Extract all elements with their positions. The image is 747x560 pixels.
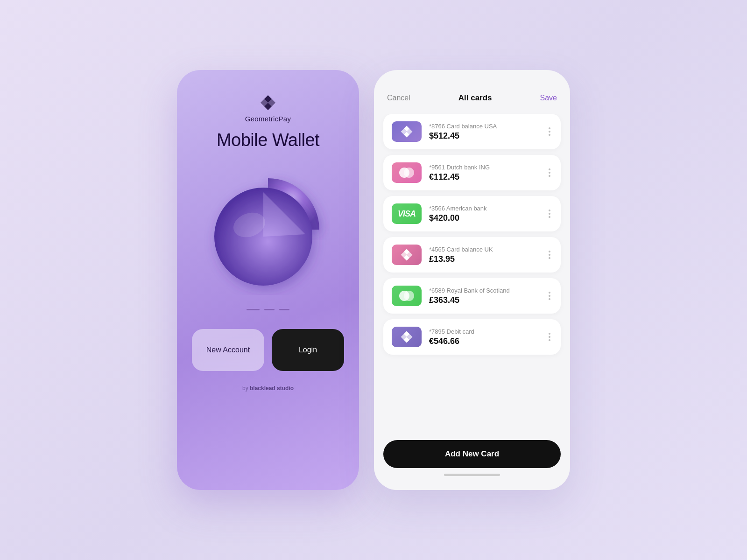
card-balance: $512.45 [429,131,539,141]
menu-dot [549,292,550,294]
card-logo [392,327,422,347]
card-name: *4565 Card balance UK [429,246,539,253]
menu-dot [549,216,550,218]
menu-dot [549,298,550,300]
menu-dot [549,131,550,133]
svg-point-5 [404,291,414,301]
card-balance: €112.45 [429,172,539,182]
menu-dot [549,210,550,211]
card-name: *8766 Card balance USA [429,123,539,130]
card-item: *8766 Card balance USA $512.45 [383,114,561,149]
card-menu-button[interactable] [547,249,552,261]
cards-list: *8766 Card balance USA $512.45 *9561 Dut… [374,114,570,431]
menu-dot [549,333,550,335]
card-balance: $420.00 [429,213,539,223]
logo-text: GeometricPay [245,115,291,123]
card-menu-button[interactable] [547,126,552,138]
card-item: *4565 Card balance UK £13.95 [383,237,561,273]
card-item: *6589 Royal Bank of Scotland £363.45 [383,278,561,314]
menu-dot [549,168,550,170]
svg-point-3 [404,168,414,178]
logo-area: GeometricPay [245,93,291,123]
menu-dot [549,127,550,129]
card-logo [392,162,422,183]
card-menu-button[interactable] [547,167,552,179]
add-new-card-button[interactable]: Add New Card [383,440,561,468]
card-info: *6589 Royal Bank of Scotland £363.45 [429,287,539,305]
geometric-pay-logo-icon [259,93,277,112]
card-info: *9561 Dutch bank ING €112.45 [429,164,539,182]
page-indicator [247,309,289,310]
bottom-bar: Add New Card [374,431,570,490]
card-info: *3566 American bank $420.00 [429,205,539,223]
menu-dot [549,134,550,136]
menu-dot [549,172,550,174]
card-name: *7895 Debit card [429,328,539,335]
action-buttons: New Account Login [191,329,345,371]
menu-dot [549,339,550,341]
new-account-button[interactable]: New Account [192,329,264,371]
card-logo [392,286,422,306]
cancel-button[interactable]: Cancel [387,94,410,102]
main-container: GeometricPay Mobile Wallet [177,70,570,490]
menu-dot [549,254,550,256]
phone-left: GeometricPay Mobile Wallet [177,70,359,490]
card-name: *3566 American bank [429,205,539,212]
card-logo [392,121,422,142]
card-name: *9561 Dutch bank ING [429,164,539,171]
phone-right: Cancel All cards Save *8766 Card balance… [374,70,570,490]
page-dot-1 [247,309,260,310]
home-indicator [444,474,500,476]
menu-dot [549,251,550,252]
card-logo [392,245,422,265]
by-credit: by blacklead studio [242,385,294,392]
card-item: *7895 Debit card €546.66 [383,319,561,355]
page-dot-2 [264,309,275,310]
page-dot-3 [279,309,289,310]
menu-dot [549,175,550,177]
menu-dot [549,213,550,215]
card-item: VISA *3566 American bank $420.00 [383,196,561,231]
card-balance: £13.95 [429,254,539,264]
card-name: *6589 Royal Bank of Scotland [429,287,539,294]
login-button[interactable]: Login [272,329,344,371]
menu-dot [549,336,550,338]
card-info: *8766 Card balance USA $512.45 [429,123,539,141]
menu-dot [549,295,550,297]
menu-dot [549,257,550,259]
card-info: *4565 Card balance UK £13.95 [429,246,539,264]
nav-title: All cards [458,93,492,103]
top-nav: Cancel All cards Save [374,93,570,114]
wallet-title: Mobile Wallet [217,130,319,150]
card-menu-button[interactable] [547,331,552,343]
coin-graphic [203,164,333,295]
save-button[interactable]: Save [540,94,557,102]
card-menu-button[interactable] [547,208,552,220]
card-item: *9561 Dutch bank ING €112.45 [383,155,561,190]
card-menu-button[interactable] [547,290,552,302]
card-info: *7895 Debit card €546.66 [429,328,539,346]
card-balance: €546.66 [429,336,539,346]
card-logo: VISA [392,203,422,224]
card-balance: £363.45 [429,295,539,305]
